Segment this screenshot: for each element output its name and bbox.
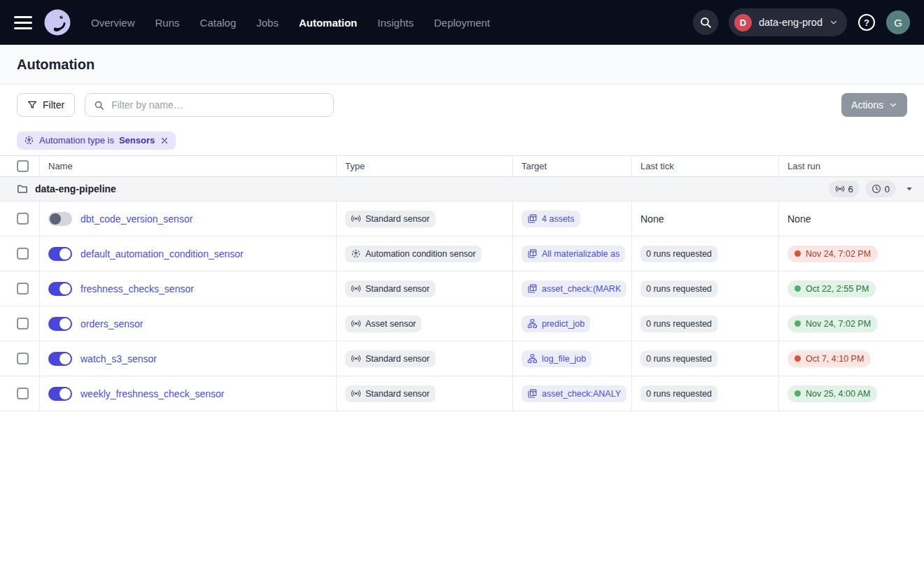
help-button[interactable]: ? — [858, 13, 876, 31]
row-checkbox[interactable] — [17, 213, 29, 225]
target-tag[interactable]: predict_job — [522, 315, 590, 332]
sensor-icon — [351, 388, 361, 399]
asset-icon — [527, 388, 538, 399]
target-tag[interactable]: log_file_job — [522, 350, 592, 367]
toolbar: Filter Actions — [0, 85, 924, 125]
sensor-toggle[interactable] — [48, 212, 72, 226]
search-icon — [699, 16, 712, 29]
nav-item-automation[interactable]: Automation — [299, 17, 357, 29]
type-tag: Asset sensor — [345, 315, 421, 332]
row-checkbox[interactable] — [17, 283, 29, 294]
deployment-name: data-eng-prod — [759, 17, 822, 28]
name-cell: dbt_code_version_sensor — [39, 201, 336, 236]
automation-icon — [24, 135, 34, 145]
actions-button[interactable]: Actions — [841, 93, 907, 117]
row-checkbox[interactable] — [17, 318, 29, 329]
last-tick-pill: 0 runs requested — [640, 315, 718, 332]
last-run-pill[interactable]: Oct 7, 4:10 PM — [788, 350, 871, 367]
filter-chip-automation-type[interactable]: Automation type is Sensors — [17, 132, 176, 150]
target-cell: asset_check:(MARK — [512, 271, 631, 306]
table-row: default_automation_condition_sensorAutom… — [0, 236, 924, 271]
dagster-logo-icon[interactable] — [43, 8, 71, 36]
last-run-pill[interactable]: Nov 24, 7:02 PM — [788, 246, 878, 262]
sensor-count-badge: 6 — [829, 180, 860, 197]
column-header-target: Target — [512, 156, 631, 176]
status-dot-icon — [794, 250, 801, 257]
target-tag[interactable]: asset_check:(MARK — [522, 281, 626, 297]
sensor-icon — [351, 353, 361, 364]
select-all-checkbox[interactable] — [17, 160, 29, 172]
last-run-cell: Oct 22, 2:55 PM — [778, 271, 924, 306]
nav-item-insights[interactable]: Insights — [377, 17, 414, 29]
name-filter-input[interactable] — [110, 99, 325, 111]
row-select-cell — [0, 236, 39, 271]
sensor-name-link[interactable]: dbt_code_version_sensor — [80, 213, 192, 225]
sensor-toggle[interactable] — [48, 317, 72, 331]
nav-item-runs[interactable]: Runs — [155, 17, 180, 29]
last-run-pill[interactable]: Nov 24, 7:02 PM — [788, 315, 878, 332]
target-tag[interactable]: asset_check:ANALY — [522, 385, 626, 402]
table-row: orders_sensorAsset sensorpredict_job0 ru… — [0, 306, 924, 341]
sensor-toggle[interactable] — [48, 247, 72, 261]
type-cell: Standard sensor — [336, 376, 512, 411]
sensor-toggle[interactable] — [48, 387, 72, 401]
nav-item-deployment[interactable]: Deployment — [434, 17, 490, 29]
svg-text:?: ? — [864, 17, 869, 28]
folder-icon — [17, 183, 28, 194]
status-dot-icon — [794, 355, 801, 362]
sensor-toggle[interactable] — [48, 352, 72, 366]
target-tag[interactable]: All materializable as — [522, 246, 625, 262]
sensor-name-link[interactable]: orders_sensor — [80, 318, 144, 329]
active-filters-row: Automation type is Sensors — [0, 125, 924, 155]
last-run-cell: Nov 25, 4:00 AM — [778, 376, 924, 411]
row-checkbox[interactable] — [17, 388, 29, 399]
nav-item-jobs[interactable]: Jobs — [256, 17, 279, 29]
user-avatar[interactable]: G — [886, 10, 910, 34]
filter-button[interactable]: Filter — [17, 93, 75, 117]
last-run-pill[interactable]: Nov 25, 4:00 AM — [788, 385, 877, 402]
deployment-switcher[interactable]: D data-eng-prod — [729, 8, 847, 36]
last-tick-cell: 0 runs requested — [631, 236, 778, 271]
last-tick-cell: 0 runs requested — [631, 376, 778, 411]
nav-item-catalog[interactable]: Catalog — [200, 17, 237, 29]
last-run-cell: Nov 24, 7:02 PM — [778, 306, 924, 341]
row-select-cell — [0, 201, 39, 236]
group-summary: 6 0 — [829, 180, 913, 197]
clock-icon — [872, 184, 881, 194]
type-cell: Automation condition sensor — [336, 236, 512, 271]
row-checkbox[interactable] — [17, 353, 29, 364]
global-search-button[interactable] — [693, 10, 718, 35]
code-location-group-row[interactable]: data-eng-pipeline 6 0 — [0, 177, 924, 201]
hamburger-menu-icon[interactable] — [14, 16, 32, 29]
sensor-name-link[interactable]: watch_s3_sensor — [80, 353, 157, 364]
chevron-down-icon — [830, 18, 838, 27]
sensor-name-link[interactable]: freshness_checks_sensor — [80, 283, 194, 294]
sensor-name-link[interactable]: default_automation_condition_sensor — [80, 248, 244, 260]
target-tag[interactable]: 4 assets — [522, 211, 580, 227]
name-cell: watch_s3_sensor — [39, 341, 336, 376]
page-title: Automation — [17, 57, 94, 73]
caret-down-icon[interactable] — [906, 185, 913, 192]
type-cell: Standard sensor — [336, 201, 512, 236]
filter-chip-label: Automation type is — [39, 135, 114, 145]
sensor-name-link[interactable]: weekly_freshness_check_sensor — [80, 388, 224, 399]
sensor-toggle[interactable] — [48, 282, 72, 296]
nav-item-overview[interactable]: Overview — [91, 17, 135, 29]
job-icon — [527, 318, 538, 329]
sensor-icon — [835, 184, 845, 194]
column-header-last-run: Last run — [778, 156, 924, 176]
column-header-type: Type — [336, 156, 512, 176]
close-icon[interactable] — [160, 136, 169, 145]
asset-icon — [527, 283, 538, 294]
nav-right: D data-eng-prod ? G — [693, 8, 910, 36]
filter-chip-value: Sensors — [119, 135, 155, 145]
top-nav: OverviewRunsCatalogJobsAutomationInsight… — [0, 0, 924, 45]
last-run-pill[interactable]: Oct 22, 2:55 PM — [788, 281, 876, 297]
type-cell: Standard sensor — [336, 341, 512, 376]
target-cell: predict_job — [512, 306, 631, 341]
target-cell: log_file_job — [512, 341, 631, 376]
sensor-icon — [351, 283, 361, 294]
column-header-last-tick: Last tick — [631, 156, 778, 176]
deployment-badge: D — [734, 14, 752, 31]
row-checkbox[interactable] — [17, 248, 29, 260]
